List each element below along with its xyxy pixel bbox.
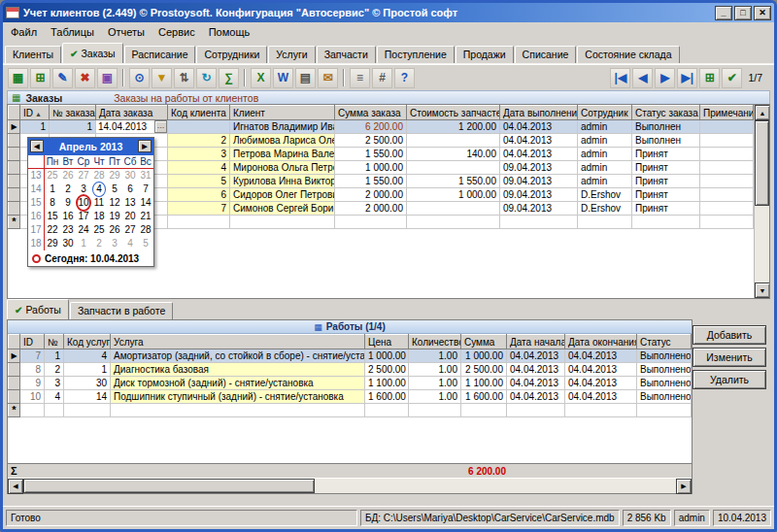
cell-start[interactable]: 04.04.2013 [507, 377, 565, 390]
cell-num[interactable]: 1 [50, 120, 96, 134]
cell-sum[interactable]: 1 550.00 [335, 148, 407, 161]
cell-code[interactable]: 4 [64, 349, 111, 363]
cell-sum[interactable]: 2 000.00 [335, 202, 407, 216]
cell-code[interactable] [168, 120, 230, 134]
cell-done[interactable]: 04.04.2013 [500, 148, 578, 161]
cell-parts[interactable]: 140.00 [407, 148, 500, 161]
cell-code[interactable]: 6 [168, 188, 230, 202]
cell-status[interactable]: Выполнено [637, 349, 692, 363]
cell-client[interactable]: Сидоров Олег Петрович [230, 188, 335, 202]
calendar-day[interactable]: 1 [76, 237, 91, 250]
cell-code[interactable]: 30 [64, 377, 111, 390]
calendar-day[interactable]: 28 [91, 169, 107, 183]
add-plus-icon[interactable]: ⊞ [699, 68, 720, 88]
minimize-button[interactable]: _ [715, 6, 732, 20]
date-editor[interactable]: 14.04.2013… [96, 120, 167, 133]
empty-cell[interactable] [335, 216, 407, 229]
delete-button[interactable]: Удалить [693, 370, 766, 389]
calendar-day[interactable]: 24 [76, 223, 91, 237]
prev-record-icon[interactable]: ◀ [632, 68, 653, 88]
cell-num[interactable]: 2 [45, 363, 64, 377]
help-icon[interactable]: ? [394, 68, 415, 88]
calendar-day[interactable]: 26 [107, 223, 122, 237]
cell-done[interactable]: 09.04.2013 [500, 202, 578, 216]
cell-note[interactable] [700, 175, 754, 188]
cell-code[interactable]: 5 [168, 175, 230, 188]
empty-cell[interactable] [111, 404, 365, 417]
calendar-day[interactable]: 6 [122, 183, 138, 196]
close-button[interactable]: ✕ [754, 6, 771, 20]
calendar-today-label[interactable]: Сегодня: 10.04.2013 [45, 253, 139, 264]
cell-employee[interactable]: admin [578, 175, 632, 188]
cell-price[interactable]: 1 100.00 [365, 377, 409, 390]
cell-note[interactable] [700, 148, 754, 161]
tab-writeoff[interactable]: Списание [515, 46, 577, 63]
order-col-header[interactable]: № заказа [50, 106, 96, 120]
calendar-day[interactable]: 30 [122, 169, 138, 183]
cell-service[interactable]: Диск тормозной (задний) - снятие/установ… [111, 377, 365, 390]
cell-end[interactable]: 04.04.2013 [565, 349, 637, 363]
menu-help[interactable]: Помощь [202, 24, 257, 40]
cell-status[interactable]: Принят [632, 202, 700, 216]
cell-sum[interactable]: 1 100.00 [461, 377, 507, 390]
cell-employee[interactable]: D.Ershov [578, 188, 632, 202]
calendar-day[interactable]: 16 [60, 210, 76, 223]
order-col-header[interactable]: Код клиента [168, 106, 230, 120]
settings-icon[interactable]: ≡ [350, 68, 370, 88]
cell-service[interactable]: Подшипник ступичный (задний) - снятие/ус… [111, 390, 365, 404]
calendar-day[interactable]: 30 [60, 237, 76, 250]
tab-sales[interactable]: Продажи [456, 46, 514, 63]
cell-id[interactable]: 8 [20, 363, 45, 377]
order-col-header[interactable]: Примечание [700, 106, 754, 120]
cell-id[interactable]: 10 [20, 390, 45, 404]
date-picker-button[interactable]: … [154, 120, 167, 133]
cell-employee[interactable]: admin [578, 120, 632, 134]
tab-arrival[interactable]: Поступление [377, 46, 455, 63]
cell-sum[interactable]: 1 600.00 [461, 390, 507, 404]
calendar-day[interactable]: 25 [91, 223, 107, 237]
order-col-header[interactable]: Статус заказа [632, 106, 700, 120]
work-col-header[interactable]: Сумма [461, 335, 507, 349]
subtab-works[interactable]: ✔Работы [7, 299, 69, 319]
cell-id[interactable]: 7 [20, 349, 45, 363]
cell-client[interactable]: Петрова Марина Валерьевна [230, 148, 335, 161]
last-record-icon[interactable]: ▶| [677, 68, 697, 88]
cell-parts[interactable]: 1 200.00 [407, 120, 500, 134]
cell-id[interactable]: 9 [20, 377, 45, 390]
cell-code[interactable]: 1 [64, 363, 111, 377]
calendar-day[interactable]: 2 [91, 237, 107, 250]
cell-start[interactable]: 04.04.2013 [507, 363, 565, 377]
cell-status[interactable]: Выполнено [637, 390, 692, 404]
cell-status[interactable]: Принят [632, 161, 700, 175]
work-new-row[interactable]: * [9, 404, 692, 417]
cell-num[interactable]: 4 [45, 390, 64, 404]
calendar-day[interactable]: 4 [91, 183, 107, 196]
work-col-header[interactable]: Дата начала [507, 335, 565, 349]
cell-client[interactable]: Курилова Инна Викторовна [230, 175, 335, 188]
cell-employee[interactable]: admin [578, 148, 632, 161]
cell-code[interactable]: 14 [64, 390, 111, 404]
cell-client[interactable]: Миронова Ольга Петровна [230, 161, 335, 175]
cell-note[interactable] [700, 188, 754, 202]
calendar-day[interactable]: 23 [60, 223, 76, 237]
print-icon[interactable]: ▤ [295, 68, 316, 88]
cell-status[interactable]: Принят [632, 148, 700, 161]
cell-parts[interactable] [407, 134, 500, 148]
tab-schedule[interactable]: Расписание [124, 46, 196, 63]
calendar-day[interactable]: 29 [107, 169, 122, 183]
work-col-header[interactable]: № [45, 335, 64, 349]
cell-done[interactable]: 04.04.2013 [500, 120, 578, 134]
add-button[interactable]: Добавить [693, 325, 766, 345]
cell-client[interactable]: Игнатов Владимир Иванович [230, 120, 335, 134]
scrollbar-track[interactable] [315, 479, 676, 493]
search-icon[interactable]: ⊙ [129, 68, 150, 88]
cell-parts[interactable] [407, 161, 500, 175]
subtab-parts-in-work[interactable]: Запчасти в работе [70, 302, 173, 319]
maximize-button[interactable]: □ [734, 6, 752, 20]
empty-cell[interactable] [700, 216, 754, 229]
edit-button[interactable]: Изменить [693, 348, 766, 367]
calendar-day[interactable]: 10 [76, 196, 91, 210]
cell-code[interactable]: 7 [168, 202, 230, 216]
work-col-header[interactable]: Количество [409, 335, 461, 349]
menu-reports[interactable]: Отчеты [101, 24, 152, 40]
